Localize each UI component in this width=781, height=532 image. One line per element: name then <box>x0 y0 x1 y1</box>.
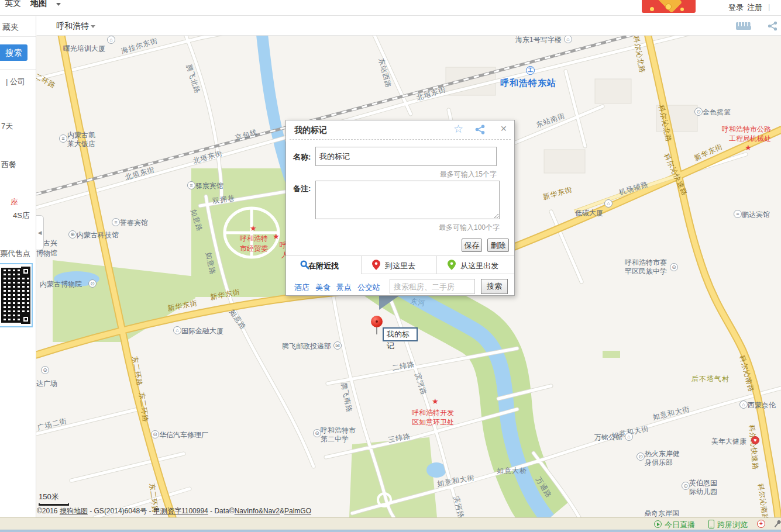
tab-depart-from-here[interactable]: 从这里出发 <box>436 256 514 274</box>
divider <box>0 36 36 37</box>
copyright-text: - Data© <box>208 507 235 515</box>
pushpin-icon[interactable] <box>772 518 781 530</box>
scale-bar <box>39 503 69 506</box>
tab-label: 到这里去 <box>385 261 415 271</box>
divider <box>290 139 511 140</box>
sidebar-collapse-button[interactable]: ◀ <box>36 215 44 250</box>
favorites-label[interactable]: 藏夹 <box>2 22 19 33</box>
share-icon[interactable] <box>474 125 486 137</box>
sidebar-item-4s-store[interactable]: 4S店 <box>13 210 30 221</box>
link-attractions[interactable]: 景点 <box>336 282 352 293</box>
green-pin-icon <box>448 260 456 270</box>
play-icon[interactable] <box>654 520 662 528</box>
copyright-text: ©2016 <box>37 507 60 515</box>
link-hotel[interactable]: 酒店 <box>294 282 309 293</box>
chevron-down-icon <box>56 3 61 6</box>
copyright-text: - GS(2014)6048号 - <box>88 507 153 515</box>
map-copyright: ©2016 搜狗地图 - GS(2014)6048号 - 甲测资字1100994… <box>37 506 311 516</box>
map-toolbar: 呼和浩特 <box>37 16 781 36</box>
coin-icon <box>680 8 684 11</box>
qr-code <box>0 263 33 327</box>
map-marker-pin[interactable] <box>371 316 384 337</box>
name-hint: 最多可输入15个字 <box>286 170 497 179</box>
cross-screen-link[interactable]: 跨屏浏览 <box>717 520 748 530</box>
search-submit-button[interactable]: 搜索 <box>481 279 508 294</box>
close-icon[interactable]: ✕ <box>500 124 507 133</box>
divider <box>0 69 36 70</box>
coin-icon <box>665 4 672 10</box>
city-selector[interactable]: 呼和浩特 <box>56 21 89 32</box>
sidebar-item-western-food[interactable]: 西餐 <box>1 160 16 170</box>
sidebar-item-7days[interactable]: 7天 <box>1 121 13 132</box>
left-sidebar: 藏夹 搜索 | 公司 7天 西餐 座 4S店 票代售点 <box>0 16 36 517</box>
delete-button[interactable]: 删除 <box>487 239 509 252</box>
link-bus-stop[interactable]: 公交站 <box>357 282 380 293</box>
sidebar-item-company[interactable]: | 公司 <box>6 77 25 87</box>
note-textarea[interactable] <box>315 181 500 219</box>
browser-plugin-icon[interactable]: + <box>757 520 765 528</box>
copyright-link[interactable]: NavInfo&Nav2 <box>235 507 280 515</box>
popup-pointer <box>379 296 399 310</box>
red-pin-icon <box>372 260 380 270</box>
measure-ruler-icon[interactable] <box>736 22 751 30</box>
dialog-title: 我的标记 <box>294 125 327 136</box>
phone-icon[interactable] <box>708 520 714 528</box>
sidebar-item-zuo[interactable]: 座 <box>11 197 18 208</box>
scale-text: 150米 <box>39 492 69 502</box>
menu-map[interactable]: 地图 <box>30 0 47 9</box>
tab-label: 从这里出发 <box>460 261 498 271</box>
menu-english[interactable]: 英文 <box>5 0 21 9</box>
status-bar: 今日直播 跨屏浏览 + <box>0 517 781 530</box>
note-field-label: 备注: <box>293 184 311 194</box>
login-link[interactable]: 登录 <box>728 2 744 13</box>
my-marker-dialog: 我的标记 ☆ ✕ 名称: 最多可输入15个字 备注: 最多可输入100个字 保存… <box>285 120 515 296</box>
tab-search-nearby[interactable]: 在附近找 <box>286 256 361 274</box>
marker-dot <box>376 320 378 323</box>
copyright-link[interactable]: 搜狗地图 <box>60 507 88 515</box>
top-header: 英文 地图 登录 注册 | <box>0 0 781 16</box>
bottom-edge-strip <box>0 530 781 532</box>
today-live-link[interactable]: 今日直播 <box>665 520 695 530</box>
tab-go-here[interactable]: 到这里去 <box>361 256 436 274</box>
note-hint: 最多可输入100个字 <box>286 223 500 233</box>
qr-eye <box>21 315 30 324</box>
dialog-tabs: 在附近找 到这里去 从这里出发 <box>286 255 514 274</box>
name-input[interactable] <box>315 147 497 166</box>
qr-eye <box>21 267 30 276</box>
copyright-link[interactable]: PalmGO <box>284 507 311 515</box>
marker-tooltip: 我的标记 <box>383 327 418 341</box>
chevron-down-icon <box>91 25 95 28</box>
favorite-star-icon[interactable]: ☆ <box>453 122 463 136</box>
link-food[interactable]: 美食 <box>315 282 331 293</box>
red-packet-promo[interactable] <box>642 0 696 13</box>
header-divider: | <box>768 2 770 11</box>
coin-icon <box>650 7 654 11</box>
sidebar-item-ticket-office[interactable]: 票代售点 <box>0 248 30 259</box>
name-field-label: 名称: <box>293 152 311 163</box>
map-scale: 150米 <box>39 492 69 506</box>
copyright-link[interactable]: 甲测资字1100994 <box>153 507 208 515</box>
search-button[interactable]: 搜索 <box>0 44 27 61</box>
housing-search-input[interactable] <box>390 279 475 294</box>
tab-label: 在附近找 <box>308 261 339 271</box>
save-button[interactable]: 保存 <box>462 239 482 252</box>
copyright-text: & <box>280 507 284 515</box>
register-link[interactable]: 注册 <box>747 2 762 13</box>
pin-needle <box>775 523 779 527</box>
share-icon[interactable] <box>767 21 779 33</box>
